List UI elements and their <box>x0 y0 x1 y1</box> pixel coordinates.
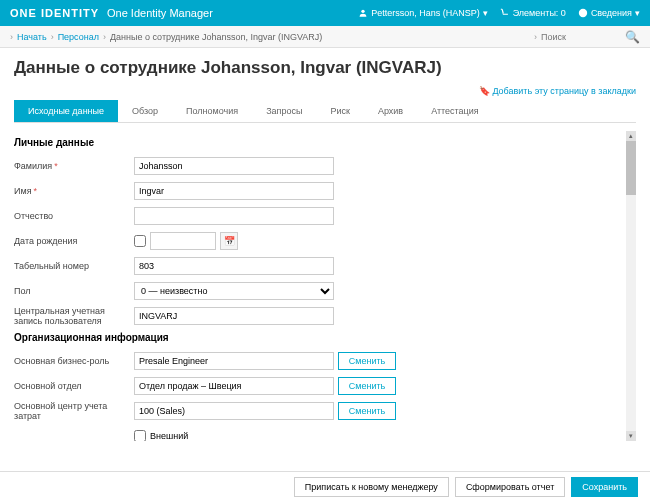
section-personal: Личные данные <box>14 137 624 148</box>
logo-area: ONE IDENTITY One Identity Manager <box>10 7 213 19</box>
tab-master-data[interactable]: Исходные данные <box>14 100 118 122</box>
change-cost-center-button[interactable]: Сменить <box>338 402 396 420</box>
input-cost-center[interactable] <box>134 402 334 420</box>
label-lastname: Фамилия* <box>14 161 134 171</box>
tab-archive[interactable]: Архив <box>364 100 417 122</box>
input-birthdate[interactable] <box>150 232 216 250</box>
chevron-down-icon: ▾ <box>635 8 640 18</box>
info-menu[interactable]: Сведения ▾ <box>578 8 640 18</box>
row-birthdate: Дата рождения 📅 <box>14 231 624 251</box>
row-cost-center: Основной центр учета затрат Сменить <box>14 401 624 421</box>
search-chevron-icon: › <box>534 32 537 42</box>
assign-manager-button[interactable]: Приписать к новому менеджеру <box>294 477 449 497</box>
label-gender: Пол <box>14 286 134 296</box>
bookmark-icon: 🔖 <box>479 86 490 96</box>
app-header: ONE IDENTITY One Identity Manager Petter… <box>0 0 650 26</box>
breadcrumb-sep: › <box>103 32 106 42</box>
label-middlename: Отчество <box>14 211 134 221</box>
user-icon <box>358 8 368 18</box>
breadcrumb-home[interactable]: Начать <box>17 32 47 42</box>
svg-point-0 <box>361 10 364 13</box>
search-icon[interactable]: 🔍 <box>625 30 640 44</box>
checkbox-external[interactable] <box>134 430 146 441</box>
tab-risk[interactable]: Риск <box>316 100 363 122</box>
breadcrumb-personnel[interactable]: Персонал <box>58 32 99 42</box>
svg-point-1 <box>579 9 587 17</box>
save-button[interactable]: Сохранить <box>571 477 638 497</box>
label-birthdate: Дата рождения <box>14 236 134 246</box>
row-gender: Пол 0 — неизвестно <box>14 281 624 301</box>
row-firstname: Имя* <box>14 181 624 201</box>
input-department[interactable] <box>134 377 334 395</box>
search-box: › 🔍 <box>534 30 640 44</box>
info-icon <box>578 8 588 18</box>
app-name: One Identity Manager <box>107 7 213 19</box>
cart-icon <box>500 8 510 18</box>
cart-menu[interactable]: Элементы: 0 <box>500 8 566 18</box>
content: Данные о сотруднике Johansson, Ingvar (I… <box>0 48 650 451</box>
section-org: Организационная информация <box>14 332 624 343</box>
elements-count: Элементы: 0 <box>513 8 566 18</box>
input-central-account[interactable] <box>134 307 334 325</box>
select-gender[interactable]: 0 — неизвестно <box>134 282 334 300</box>
label-central-account: Центральная учетная запись пользователя <box>14 306 134 326</box>
label-external: Внешний <box>150 431 188 441</box>
input-personnel-no[interactable] <box>134 257 334 275</box>
input-middlename[interactable] <box>134 207 334 225</box>
info-label: Сведения <box>591 8 632 18</box>
form-area: Личные данные Фамилия* Имя* Отчество Дат… <box>14 131 636 441</box>
label-firstname: Имя* <box>14 186 134 196</box>
tab-overview[interactable]: Обзор <box>118 100 172 122</box>
input-firstname[interactable] <box>134 182 334 200</box>
search-input[interactable] <box>541 32 621 42</box>
breadcrumb: › Начать › Персонал › Данные о сотрудник… <box>10 32 322 42</box>
generate-report-button[interactable]: Сформировать отчет <box>455 477 565 497</box>
bookmark-label: Добавить эту страницу в закладки <box>492 86 636 96</box>
footer: Приписать к новому менеджеру Сформироват… <box>0 471 650 501</box>
label-personnel-no: Табельный номер <box>14 261 134 271</box>
row-personnel-no: Табельный номер <box>14 256 624 276</box>
tab-attestation[interactable]: Аттестация <box>417 100 493 122</box>
scrollbar-thumb[interactable] <box>626 141 636 195</box>
breadcrumb-sep: › <box>10 32 13 42</box>
row-lastname: Фамилия* <box>14 156 624 176</box>
scroll-up-icon[interactable]: ▴ <box>626 131 636 141</box>
breadcrumb-sep: › <box>51 32 54 42</box>
breadcrumb-current: Данные о сотруднике Johansson, Ingvar (I… <box>110 32 322 42</box>
label-business-role: Основная бизнес-роль <box>14 356 134 366</box>
tab-requests[interactable]: Запросы <box>252 100 316 122</box>
breadcrumb-bar: › Начать › Персонал › Данные о сотрудник… <box>0 26 650 48</box>
row-central-account: Центральная учетная запись пользователя <box>14 306 624 326</box>
input-business-role[interactable] <box>134 352 334 370</box>
user-menu[interactable]: Pettersson, Hans (HANSP) ▾ <box>358 8 488 18</box>
tabs: Исходные данные Обзор Полномочия Запросы… <box>14 100 636 123</box>
label-cost-center: Основной центр учета затрат <box>14 401 134 421</box>
bookmark-link[interactable]: 🔖 Добавить эту страницу в закладки <box>14 86 636 96</box>
change-business-role-button[interactable]: Сменить <box>338 352 396 370</box>
tab-permissions[interactable]: Полномочия <box>172 100 252 122</box>
scroll-down-icon[interactable]: ▾ <box>626 431 636 441</box>
input-lastname[interactable] <box>134 157 334 175</box>
row-business-role: Основная бизнес-роль Сменить <box>14 351 624 371</box>
brand-logo: ONE IDENTITY <box>10 7 99 19</box>
change-department-button[interactable]: Сменить <box>338 377 396 395</box>
row-external: Внешний <box>14 426 624 441</box>
label-department: Основной отдел <box>14 381 134 391</box>
checkbox-birthdate-enable[interactable] <box>134 235 146 247</box>
calendar-icon[interactable]: 📅 <box>220 232 238 250</box>
user-name: Pettersson, Hans (HANSP) <box>371 8 480 18</box>
header-right: Pettersson, Hans (HANSP) ▾ Элементы: 0 С… <box>358 8 640 18</box>
chevron-down-icon: ▾ <box>483 8 488 18</box>
row-middlename: Отчество <box>14 206 624 226</box>
row-department: Основной отдел Сменить <box>14 376 624 396</box>
page-title: Данные о сотруднике Johansson, Ingvar (I… <box>14 58 636 78</box>
